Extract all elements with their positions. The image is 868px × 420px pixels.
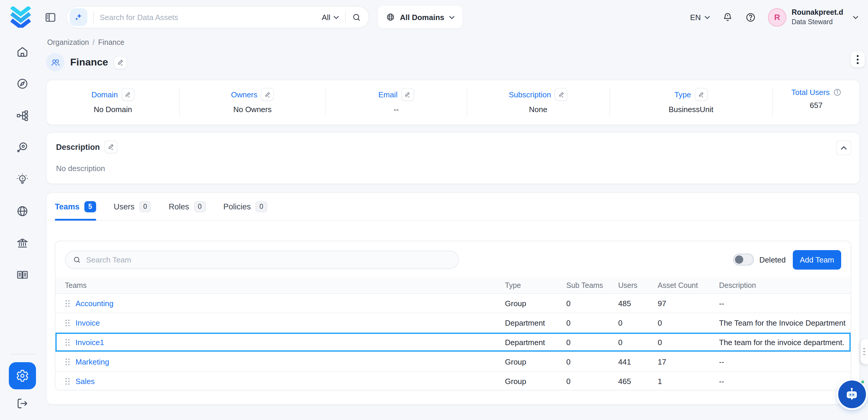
gear-icon <box>16 369 29 382</box>
info-label: Owners <box>231 90 257 99</box>
team-people-icon <box>50 57 60 67</box>
description-title: Description <box>56 143 100 151</box>
page-actions-kebab-icon[interactable] <box>850 51 865 67</box>
cell-asset-count: 0 <box>653 318 714 327</box>
team-link[interactable]: Accounting <box>75 299 114 308</box>
info-value: None <box>529 105 548 114</box>
edit-domain-icon[interactable] <box>121 88 134 101</box>
user-profile-menu[interactable]: R Rounakpreet.d Data Steward <box>768 8 859 26</box>
cell-users: 485 <box>614 299 653 308</box>
info-label: Subscription <box>509 90 551 99</box>
search-icon[interactable] <box>351 12 362 22</box>
deleted-toggle[interactable] <box>733 253 754 266</box>
top-bar: All All Domains EN <box>0 0 868 34</box>
chat-assistant-button[interactable] <box>838 381 866 408</box>
edit-type-icon[interactable] <box>694 88 708 101</box>
add-team-button[interactable]: Add Team <box>793 250 841 269</box>
cell-description: The Team for the Invoice Department <box>714 318 850 327</box>
notifications-bell-icon[interactable] <box>722 11 733 23</box>
openmetadata-logo-icon[interactable] <box>9 6 32 28</box>
help-icon[interactable] <box>745 11 756 23</box>
status-dot <box>860 380 864 384</box>
cell-description: The team for the invoice department. <box>714 338 850 347</box>
cell-type: Group <box>500 377 562 386</box>
sidebar-item-governance[interactable] <box>15 236 29 250</box>
divider <box>345 11 346 23</box>
edit-description-icon[interactable] <box>105 140 118 153</box>
edit-subscription-icon[interactable] <box>555 88 567 101</box>
team-link[interactable]: Marketing <box>75 357 109 366</box>
cell-asset-count: 97 <box>653 299 714 308</box>
info-value: -- <box>394 105 399 114</box>
tab-count-badge: 0 <box>255 201 267 212</box>
ai-sparkle-icon[interactable] <box>70 8 87 26</box>
table-row-invoice[interactable]: Invoice Department 0 0 0 The Team for th… <box>56 313 850 333</box>
table-row-marketing[interactable]: Marketing Group 0 441 17 -- <box>56 352 850 371</box>
info-label: Type <box>675 90 691 99</box>
breadcrumb: Organization/Finance <box>47 38 860 47</box>
global-search-input[interactable] <box>100 13 322 22</box>
cell-type: Group <box>500 299 562 308</box>
search-icon <box>72 255 82 264</box>
drag-handle-icon[interactable] <box>65 358 70 365</box>
drag-handle-icon[interactable] <box>65 338 70 346</box>
search-scope-dropdown[interactable]: All <box>322 13 339 22</box>
edit-email-icon[interactable] <box>401 88 414 101</box>
team-link[interactable]: Invoice1 <box>75 338 104 347</box>
table-row-invoice1-selected[interactable]: Invoice1 Department 0 0 0 The team for t… <box>56 333 850 352</box>
sidebar-item-domains[interactable] <box>15 204 29 218</box>
cell-sub-teams: 0 <box>562 357 614 366</box>
info-field-domain: Domain No Domain <box>46 88 179 117</box>
tab-teams[interactable]: Teams5 <box>55 193 96 220</box>
table-row-sales[interactable]: Sales Group 0 465 1 -- <box>56 371 850 390</box>
sidebar-item-glossary[interactable] <box>15 268 29 282</box>
sidebar-item-lineage[interactable] <box>15 109 29 123</box>
drag-handle-icon[interactable] <box>65 319 70 327</box>
cell-asset-count: 17 <box>653 357 714 366</box>
sidebar-item-observability[interactable] <box>15 140 29 154</box>
info-value: BusinessUnit <box>669 105 713 114</box>
breadcrumb-root[interactable]: Organization <box>47 38 89 47</box>
drag-handle-icon[interactable] <box>65 378 70 385</box>
edit-owners-icon[interactable] <box>261 88 274 101</box>
team-search-bar <box>65 250 459 269</box>
team-link[interactable]: Invoice <box>75 318 100 327</box>
sidebar-item-home[interactable] <box>15 45 29 59</box>
tab-roles[interactable]: Roles0 <box>169 193 206 220</box>
info-field-total-users: Total Users 657 <box>772 88 860 117</box>
teams-table-card: Deleted Add Team Teams Type Sub Teams Us… <box>55 241 851 390</box>
side-peek-handle[interactable] <box>860 339 868 364</box>
description-empty-text: No description <box>56 164 850 173</box>
drag-handle-icon[interactable] <box>65 299 70 307</box>
tab-policies[interactable]: Policies0 <box>223 193 267 220</box>
cell-type: Group <box>500 357 562 366</box>
language-dropdown[interactable]: EN <box>690 13 710 22</box>
domains-dropdown[interactable]: All Domains <box>378 6 462 28</box>
info-value: No Owners <box>233 105 272 114</box>
teams-table-header: Teams Type Sub Teams Users Asset Count D… <box>56 278 850 294</box>
info-field-type: Type BusinessUnit <box>609 88 772 117</box>
page-title: Finance <box>70 56 108 68</box>
tab-count-badge: 5 <box>84 201 96 212</box>
cell-type: Department <box>500 338 562 347</box>
sidebar-item-settings[interactable] <box>8 362 36 389</box>
team-search-input[interactable] <box>86 255 451 264</box>
chevron-down-icon <box>704 15 710 19</box>
sidebar-item-insights[interactable] <box>15 172 29 186</box>
logout-icon[interactable] <box>15 396 29 411</box>
sidebar-item-explore[interactable] <box>15 77 29 91</box>
page-header: Finance <box>46 53 860 71</box>
info-label: Total Users <box>791 88 830 97</box>
chevron-down-icon <box>852 15 859 19</box>
tab-users[interactable]: Users0 <box>114 193 151 220</box>
sidebar-toggle-icon[interactable] <box>42 9 58 25</box>
collapse-description-icon[interactable] <box>836 140 851 155</box>
table-row-accounting[interactable]: Accounting Group 0 485 97 -- <box>56 294 850 313</box>
divider <box>10 354 34 355</box>
team-link[interactable]: Sales <box>75 377 95 386</box>
edit-title-icon[interactable] <box>114 56 127 69</box>
cell-sub-teams: 0 <box>562 299 614 308</box>
info-icon <box>833 88 841 96</box>
chevron-down-icon <box>449 15 455 19</box>
column-header-asset-count: Asset Count <box>653 281 714 290</box>
